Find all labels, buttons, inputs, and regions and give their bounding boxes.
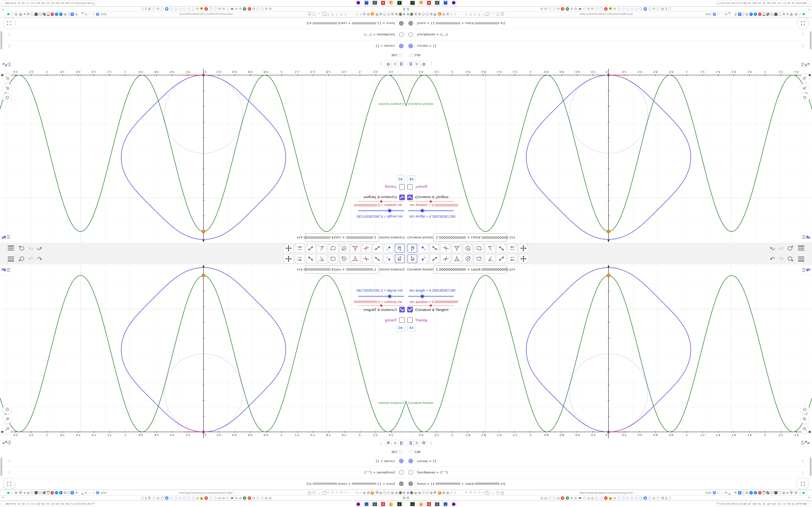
algebra-tree-view-button[interactable] bbox=[407, 61, 413, 67]
favicon-info[interactable]: i bbox=[209, 7, 212, 11]
gear-icon[interactable]: ⚙ bbox=[148, 496, 151, 500]
pin-icon[interactable]: Y bbox=[407, 12, 409, 16]
favicon-dotted-ring[interactable] bbox=[187, 7, 190, 10]
folder-icon[interactable] bbox=[486, 492, 490, 495]
list-header[interactable]: − List bbox=[0, 51, 406, 59]
favicon-script-f[interactable]: f bbox=[666, 7, 667, 11]
globe-icon[interactable]: ⊕ bbox=[782, 491, 785, 495]
arc-position-slider-knob[interactable] bbox=[430, 201, 432, 203]
reload-icon[interactable]: ↻ bbox=[84, 12, 87, 16]
play-button[interactable] bbox=[397, 324, 405, 332]
mouse-icon[interactable] bbox=[68, 491, 69, 495]
favicon-google[interactable]: G bbox=[591, 7, 594, 11]
arc-length-slider[interactable] bbox=[358, 296, 404, 297]
system-monitor-widget[interactable]: ^ 0.06 0.00 0.00 0.17 0.89 20 263 721 34… bbox=[716, 501, 811, 506]
back-arrow-icon[interactable]: ← bbox=[491, 491, 495, 495]
favicon-google[interactable]: G bbox=[253, 7, 255, 11]
hand-icon[interactable]: ☛ bbox=[23, 491, 26, 495]
tool-conic-through-points-button[interactable] bbox=[474, 244, 484, 252]
visibility-marble[interactable] bbox=[399, 44, 404, 48]
arc-length-slider[interactable] bbox=[358, 210, 404, 211]
archive-icon[interactable] bbox=[770, 491, 773, 494]
dropdown-arrow-icon[interactable]: ▼ bbox=[513, 268, 515, 271]
algebra-style-icon[interactable] bbox=[801, 62, 810, 67]
graphics-stylebar-toggle[interactable] bbox=[0, 232, 11, 242]
visibility-marble[interactable] bbox=[399, 32, 404, 37]
archive-icon[interactable] bbox=[39, 13, 42, 16]
wrench-icon[interactable] bbox=[18, 491, 22, 495]
row-menu-kebab[interactable]: ⋮ bbox=[801, 470, 805, 475]
arc-length-slider-knob[interactable] bbox=[420, 294, 424, 299]
tool-conic-through-points-button[interactable] bbox=[328, 255, 338, 263]
scrollbar-thumb[interactable] bbox=[0, 31, 2, 50]
system-monitor-widget[interactable]: ^ 0.06 0.00 0.00 0.17 0.89 20 263 721 34… bbox=[1, 501, 96, 506]
checkbox-icon[interactable] bbox=[470, 492, 471, 493]
globe-icon[interactable]: ⊕ bbox=[418, 12, 421, 17]
hand-icon[interactable]: ☛ bbox=[23, 12, 26, 16]
tool-conic-through-points-button[interactable] bbox=[328, 244, 338, 252]
tool-polygon-button[interactable] bbox=[350, 255, 360, 263]
shield-icon[interactable] bbox=[31, 13, 34, 16]
algebra-fx-button[interactable]: fx bbox=[414, 61, 420, 67]
taskbar-app-purple-cat[interactable] bbox=[355, 501, 361, 507]
translate-icon[interactable]: A bbox=[713, 491, 716, 494]
translate-icon[interactable]: A bbox=[96, 13, 99, 16]
favicon-google[interactable]: G bbox=[614, 496, 616, 500]
favicon-dotted-ring[interactable] bbox=[622, 497, 625, 500]
tool-perpendicular-line-button[interactable] bbox=[441, 244, 451, 252]
favicon-yandex[interactable]: Я bbox=[248, 496, 251, 500]
tool-move-graphics-view-button[interactable] bbox=[284, 244, 293, 252]
curvature-tangent-checkbox[interactable] bbox=[399, 307, 405, 313]
favicon-google[interactable]: G bbox=[218, 496, 221, 500]
folder-icon[interactable] bbox=[322, 12, 326, 15]
taskbar-app-floppy64[interactable]: 64 bbox=[442, 0, 449, 6]
tracing-checkbox[interactable] bbox=[407, 184, 413, 190]
visibility-marble[interactable] bbox=[408, 470, 413, 475]
dropdown-arrow-icon[interactable]: ▼ bbox=[513, 236, 515, 239]
tracing-checkbox[interactable] bbox=[407, 317, 413, 323]
taskbar-app-monitor[interactable] bbox=[372, 0, 378, 6]
hand-icon[interactable]: ☛ bbox=[786, 491, 789, 495]
globe-icon[interactable]: ⊕ bbox=[414, 12, 417, 17]
scrollbar-thumb[interactable] bbox=[810, 31, 812, 50]
favicon-dotted-ring[interactable] bbox=[187, 497, 190, 500]
pocket-icon[interactable]: ↓ bbox=[55, 491, 58, 495]
tool-reflect-about-line-button[interactable] bbox=[496, 244, 506, 252]
add-icon[interactable]: + bbox=[59, 12, 63, 16]
favicon-chat[interactable] bbox=[644, 7, 647, 11]
algebra-tree-view-button[interactable] bbox=[407, 440, 413, 446]
favicon-dotted-ring[interactable] bbox=[226, 7, 229, 10]
favicon-dotted-ring[interactable] bbox=[548, 7, 551, 10]
algebra-menu-kebab[interactable]: ⋮ bbox=[379, 62, 383, 66]
taskbar-app-floppy64[interactable]: 64 bbox=[363, 501, 370, 507]
undo-button[interactable]: ↶ bbox=[770, 243, 775, 253]
globe-icon[interactable]: ⊕ bbox=[782, 12, 785, 17]
gauge-icon[interactable] bbox=[383, 13, 386, 16]
algebra-tree-view-button[interactable] bbox=[399, 61, 405, 67]
algebra-row[interactable]: funcs = {1.000000000000 + cos(4.00000000… bbox=[406, 17, 812, 29]
favicon-dotted-ring[interactable] bbox=[183, 497, 186, 500]
favicon-picture[interactable] bbox=[609, 8, 612, 10]
favicon-dotted-ring[interactable] bbox=[595, 7, 598, 10]
favicon-yandex[interactable]: Я bbox=[561, 7, 564, 11]
shield-icon[interactable] bbox=[31, 491, 34, 495]
zoom-in-button[interactable] bbox=[3, 414, 12, 424]
tool-reflect-about-line-button[interactable] bbox=[306, 255, 316, 263]
favicon-yandex[interactable]: Я bbox=[604, 7, 608, 11]
fullscreen-button[interactable] bbox=[797, 478, 809, 490]
taskbar-app-red-tool[interactable]: ⚙ bbox=[426, 501, 432, 507]
favicon-yandex[interactable]: Я bbox=[248, 7, 251, 11]
visibility-marble[interactable] bbox=[408, 459, 413, 463]
radio-icon[interactable] bbox=[465, 14, 467, 15]
trash-icon[interactable] bbox=[47, 12, 50, 16]
tool-reflect-about-line-button[interactable] bbox=[496, 255, 506, 263]
favicon-google[interactable]: G bbox=[235, 496, 237, 500]
graphics-stylebar-toggle[interactable] bbox=[0, 265, 11, 275]
wrench-icon[interactable] bbox=[18, 12, 22, 16]
mouse-icon[interactable] bbox=[68, 13, 69, 16]
fullscreen-button[interactable] bbox=[3, 17, 15, 29]
favicon-dotted-ring[interactable] bbox=[583, 7, 586, 10]
favicon-yandex[interactable]: Я bbox=[604, 496, 608, 500]
curvature-tangent-checkbox[interactable] bbox=[407, 194, 413, 200]
algebra-menu-kebab[interactable]: ⋮ bbox=[429, 441, 433, 445]
